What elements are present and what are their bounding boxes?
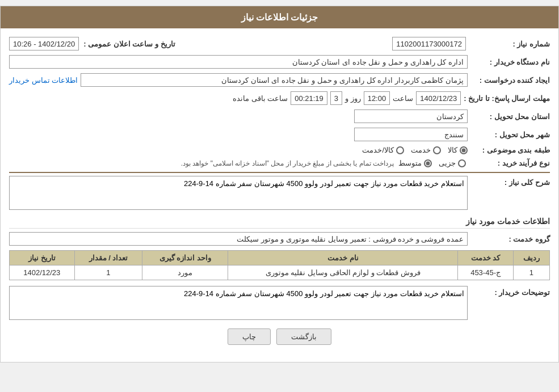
services-table: ردیف کد خدمت نام خدمت واحد اندازه گیری ت… xyxy=(9,250,550,280)
buyer-desc-label: توضیحات خریدار : xyxy=(470,286,550,297)
need-desc-label: شرح کلی نیاز : xyxy=(470,176,550,187)
service-group-label: گروه خدمت : xyxy=(470,235,550,243)
category-radio-kala[interactable] xyxy=(460,146,468,154)
buyer-desc-textarea[interactable] xyxy=(9,286,468,320)
cell-name: فروش قطعات و لوازم الحاقی وسایل نقلیه مو… xyxy=(228,265,458,280)
category-radio-group: کالا خدمت کالا/خدمت xyxy=(362,146,468,154)
requester-value: پژمان کاظمی کاربردار اداره کل راهداری و … xyxy=(81,73,468,87)
table-header-unit: واحد اندازه گیری xyxy=(142,251,228,265)
process-note: پرداخت تمام یا بخشی از مبلغ خریدار از مح… xyxy=(181,159,394,167)
response-remaining: 00:21:19 xyxy=(291,91,327,105)
remaining-label: ساعت باقی مانده xyxy=(233,94,288,103)
buttons-row: بازگشت چاپ xyxy=(9,328,550,353)
cell-quantity: 1 xyxy=(74,265,142,280)
service-group-value: عمده فروشی و خرده فروشی : تعمیر وسایل نق… xyxy=(9,232,468,246)
buyer-org-label: نام دستگاه خریدار : xyxy=(470,58,550,66)
days-label: روز و xyxy=(345,94,361,103)
requester-label: ایجاد کننده درخواست : xyxy=(470,76,550,85)
category-option-kala-khedmat[interactable]: کالا/خدمت xyxy=(362,146,404,154)
services-section-label: اطلاعات خدمات مورد نیاز xyxy=(9,217,550,229)
table-header-date: تاریخ نیاز xyxy=(10,251,75,265)
need-number-value: 1102001173000172 xyxy=(392,37,466,50)
category-label-khedmat: خدمت xyxy=(411,146,431,154)
category-label: طبقه بندی موضوعی : xyxy=(470,146,550,154)
response-deadline-label: مهلت ارسال پاسخ: تا تاریخ : xyxy=(464,94,550,103)
city-value: سنندج xyxy=(354,128,468,141)
table-header-name: نام خدمت xyxy=(228,251,458,265)
process-label-motoset: متوسط xyxy=(398,159,422,167)
process-option-jozii[interactable]: جزیی xyxy=(439,159,466,167)
need-desc-textarea[interactable] xyxy=(9,176,468,210)
contact-link[interactable]: اطلاعات تماس خریدار xyxy=(9,76,78,85)
cell-unit: مورد xyxy=(142,265,228,280)
table-row: 1 ج-45-453 فروش قطعات و لوازم الحاقی وسا… xyxy=(10,265,550,280)
section-divider xyxy=(9,172,550,173)
response-time: 12:00 xyxy=(364,91,390,105)
province-value: کردستان xyxy=(354,109,468,123)
process-radio-jozii[interactable] xyxy=(458,159,466,167)
process-radio-motoset[interactable] xyxy=(424,159,432,167)
table-header-row: ردیف xyxy=(513,251,549,265)
page-title: جزئیات اطلاعات نیاز xyxy=(1,6,558,28)
cell-code: ج-45-453 xyxy=(458,265,513,280)
table-header-quantity: تعداد / مقدار xyxy=(74,251,142,265)
announce-date-value: 1402/12/20 - 10:26 xyxy=(9,37,79,50)
process-label-jozii: جزیی xyxy=(439,159,456,167)
table-header-code: کد خدمت xyxy=(458,251,513,265)
time-label: ساعت xyxy=(393,94,413,103)
announce-datetime-label: تاریخ و ساعت اعلان عمومی : xyxy=(83,40,175,48)
cell-row: 1 xyxy=(513,265,549,280)
cell-date: 1402/12/23 xyxy=(10,265,75,280)
category-radio-khedmat[interactable] xyxy=(433,146,441,154)
back-button[interactable]: بازگشت xyxy=(276,328,331,345)
print-button[interactable]: چاپ xyxy=(228,328,271,345)
response-date: 1402/12/23 xyxy=(416,91,461,105)
category-label-kala-khedmat: کالا/خدمت xyxy=(362,146,394,154)
category-option-kala[interactable]: کالا xyxy=(448,146,468,154)
province-label: استان محل تحویل : xyxy=(470,112,550,121)
category-option-khedmat[interactable]: خدمت xyxy=(411,146,441,154)
category-radio-kala-khedmat[interactable] xyxy=(396,146,404,154)
city-label: شهر محل تحویل : xyxy=(470,130,550,139)
response-days: 3 xyxy=(330,91,342,105)
process-radio-group: جزیی متوسط xyxy=(398,159,466,167)
category-label-kala: کالا xyxy=(448,146,457,154)
process-label: نوع فرآیند خرید : xyxy=(470,159,550,167)
buyer-org-value: اداره کل راهداری و حمل و نقل جاده ای است… xyxy=(9,55,468,69)
need-number-label: شماره نیاز : xyxy=(470,40,550,48)
process-option-motoset[interactable]: متوسط xyxy=(398,159,432,167)
